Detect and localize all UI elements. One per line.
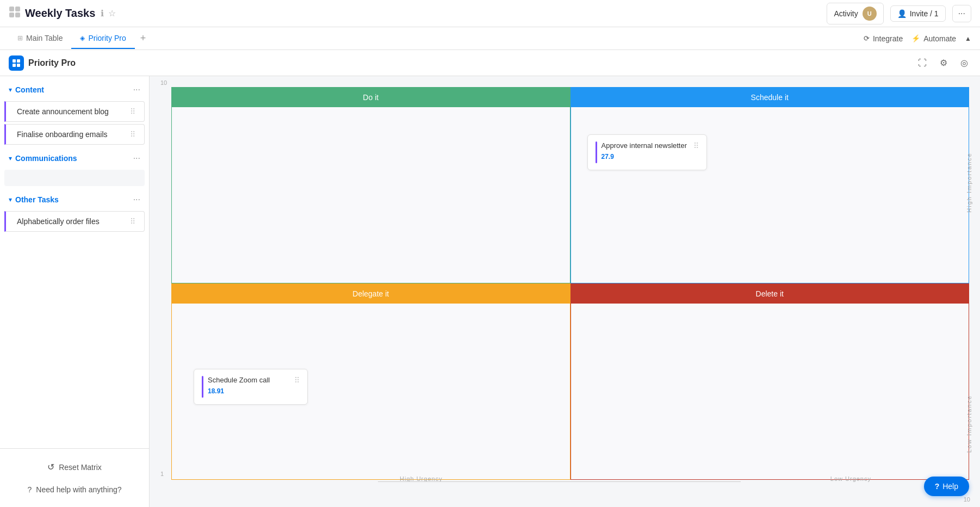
section-other-tasks-title: Other Tasks [15, 195, 59, 204]
chevron-down-icon: ▾ [9, 196, 12, 203]
quadrant-schedule-it: Schedule it Approve internal newsletter … [570, 87, 970, 283]
card-value: 27.9 [601, 153, 689, 160]
top-bar-icons: ℹ ☆ [101, 8, 116, 18]
section-communications-title: Communications [15, 154, 77, 163]
matrix-area: 10 1 10 Do it Schedule it [150, 76, 980, 507]
section-other-tasks-header[interactable]: ▾ Other Tasks ··· [0, 190, 149, 209]
top-bar: Weekly Tasks ℹ ☆ Activity U 👤 Invite / 1… [0, 0, 980, 27]
integrate-button[interactable]: ⟳ Integrate [864, 34, 903, 43]
chevron-down-icon: ▾ [9, 86, 12, 94]
view-title: Priority Pro [9, 55, 76, 71]
card-schedule-zoom[interactable]: Schedule Zoom call 18.91 ⠿ [194, 369, 308, 405]
tabs-right: ⟳ Integrate ⚡ Automate ▲ [864, 34, 971, 43]
target-icon[interactable]: ◎ [957, 54, 971, 71]
settings-icon[interactable]: ⚙ [936, 54, 951, 71]
tabs-left: ⊞ Main Table ◈ Priority Pro + [9, 28, 151, 49]
table-icon: ⊞ [17, 34, 23, 42]
help-button[interactable]: ? Help [924, 477, 969, 496]
section-header-left: ▾ Communications [9, 154, 77, 163]
task-item-alphabetically[interactable]: Alphabetically order files ⠿ [4, 211, 145, 232]
matrix-grid: Do it Schedule it Approve internal newsl… [150, 76, 980, 507]
integrate-icon: ⟳ [864, 34, 870, 42]
section-communications-header[interactable]: ▾ Communications ··· [0, 149, 149, 168]
tabs-bar: ⊞ Main Table ◈ Priority Pro + ⟳ Integrat… [0, 27, 980, 50]
card-accent [596, 141, 597, 163]
view-header-right: ⛶ ⚙ ◎ [915, 54, 971, 71]
section-communications-more[interactable]: ··· [133, 153, 140, 163]
section-content-title: Content [15, 85, 44, 94]
task-item-create-announcement[interactable]: Create announcement blog ⠿ [4, 101, 145, 122]
section-content: ▾ Content ··· Create announcement blog ⠿… [0, 81, 149, 145]
card-approve-newsletter[interactable]: Approve internal newsletter 27.9 ⠿ [587, 134, 707, 170]
card-content: Approve internal newsletter 27.9 [601, 141, 689, 160]
svg-rect-2 [9, 13, 14, 17]
section-other-tasks-more[interactable]: ··· [133, 195, 140, 205]
star-icon[interactable]: ☆ [108, 8, 116, 18]
person-icon: 👤 [897, 9, 907, 18]
add-tab-button[interactable]: + [135, 29, 152, 47]
section-header-left: ▾ Other Tasks [9, 195, 59, 204]
top-bar-left: Weekly Tasks ℹ ☆ [9, 6, 116, 21]
communications-empty [4, 170, 145, 186]
card-accent [202, 376, 203, 398]
drag-handle-icon[interactable]: ⠿ [130, 107, 135, 116]
drag-handle-icon[interactable]: ⠿ [130, 130, 135, 139]
help-icon: ? [935, 482, 940, 491]
section-other-tasks: ▾ Other Tasks ··· Alphabetically order f… [0, 190, 149, 232]
quadrant-schedule-it-body: Approve internal newsletter 27.9 ⠿ [571, 107, 969, 216]
sidebar: ▾ Content ··· Create announcement blog ⠿… [0, 76, 150, 507]
drag-handle-icon[interactable]: ⠿ [693, 141, 699, 150]
drag-handle-icon[interactable]: ⠿ [130, 217, 135, 226]
app-title: Weekly Tasks [9, 6, 95, 21]
svg-rect-6 [13, 64, 16, 67]
info-icon[interactable]: ℹ [101, 8, 104, 18]
drag-handle-icon[interactable]: ⠿ [294, 376, 300, 385]
card-title: Schedule Zoom call [208, 376, 290, 384]
x-axis-line [378, 481, 741, 482]
fullscreen-icon[interactable]: ⛶ [915, 55, 930, 71]
task-label: Create announcement blog [17, 107, 109, 116]
card-content: Schedule Zoom call 18.91 [208, 376, 290, 395]
automate-button[interactable]: ⚡ Automate [911, 34, 956, 43]
help-icon: ? [27, 485, 32, 494]
quadrant-delete-it: Delete it [570, 283, 970, 480]
section-communications: ▾ Communications ··· [0, 149, 149, 186]
tab-main-table[interactable]: ⊞ Main Table [9, 28, 71, 49]
section-header-left: ▾ Content [9, 85, 44, 94]
view-title-icon [9, 55, 24, 71]
main-layout: ▾ Content ··· Create announcement blog ⠿… [0, 76, 980, 507]
quadrant-do-it-header: Do it [172, 88, 570, 107]
invite-button[interactable]: 👤 Invite / 1 [890, 5, 946, 22]
svg-rect-3 [15, 13, 20, 17]
collapse-button[interactable]: ▲ [965, 35, 971, 42]
quadrant-delegate-it: Delegate it Schedule Zoom call 18.91 ⠿ [171, 283, 570, 480]
section-content-more[interactable]: ··· [133, 85, 140, 95]
view-header: Priority Pro ⛶ ⚙ ◎ [0, 50, 980, 76]
quadrant-schedule-it-header: Schedule it [571, 88, 969, 107]
card-title: Approve internal newsletter [601, 141, 689, 150]
y-axis-high-label: High Importance [966, 152, 972, 213]
tab-priority-pro[interactable]: ◈ Priority Pro [71, 28, 134, 49]
reset-matrix-button[interactable]: ↺ Reset Matrix [9, 457, 140, 477]
top-bar-right: Activity U 👤 Invite / 1 ··· [827, 3, 971, 24]
automate-icon: ⚡ [911, 34, 920, 42]
quadrant-delete-it-body [571, 304, 969, 412]
help-sidebar-button[interactable]: ? Need help with anything? [9, 481, 140, 498]
quadrant-do-it: Do it [171, 87, 570, 283]
app-icon [9, 6, 21, 21]
svg-rect-1 [15, 7, 20, 11]
priority-icon: ◈ [80, 34, 85, 42]
svg-rect-4 [13, 59, 16, 63]
task-item-finalise-onboarding[interactable]: Finalise onboarding emails ⠿ [4, 124, 145, 145]
activity-button[interactable]: Activity U [827, 3, 883, 24]
task-label: Alphabetically order files [17, 217, 100, 226]
card-value: 18.91 [208, 387, 290, 395]
quadrant-delegate-it-header: Delegate it [172, 284, 570, 304]
svg-rect-7 [17, 64, 20, 67]
more-options-button[interactable]: ··· [952, 5, 971, 22]
user-avatar: U [863, 7, 877, 21]
y-axis-low-label: Low Importance [966, 395, 972, 453]
x-axis-low-label: Low Urgency [830, 475, 871, 482]
section-content-header[interactable]: ▾ Content ··· [0, 81, 149, 99]
svg-rect-0 [9, 7, 14, 11]
